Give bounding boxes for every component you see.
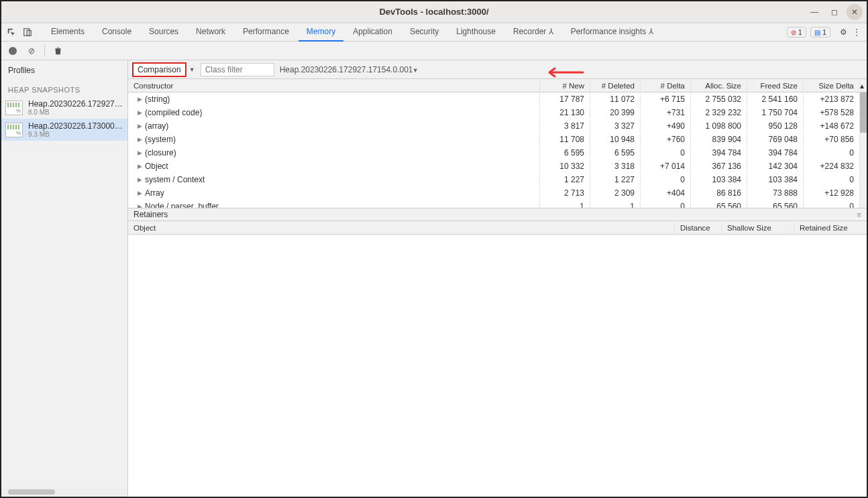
snapshot-name: Heap.20230226.173000.17… bbox=[28, 121, 123, 131]
settings-icon[interactable]: ⚙ bbox=[837, 26, 849, 38]
col-alloc[interactable]: Alloc. Size bbox=[691, 80, 747, 91]
tab-performance-insights-[interactable]: Performance insights ⅄ bbox=[563, 23, 661, 42]
divider bbox=[44, 45, 45, 57]
window-title: DevTools - localhost:3000/ bbox=[379, 7, 488, 17]
grid-vertical-scrollbar[interactable] bbox=[860, 92, 867, 208]
tab-recorder-[interactable]: Recorder ⅄ bbox=[505, 23, 561, 42]
table-row[interactable]: ▶Object10 3323 318+7 014367 136142 304+2… bbox=[128, 160, 867, 173]
class-filter-input[interactable] bbox=[201, 63, 274, 76]
devtools-tabbar: ElementsConsoleSourcesNetworkPerformance… bbox=[1, 23, 867, 42]
tab-performance[interactable]: Performance bbox=[235, 23, 297, 42]
tab-lighthouse[interactable]: Lighthouse bbox=[448, 23, 504, 42]
col-retained[interactable]: Retained Size bbox=[794, 223, 867, 233]
table-row[interactable]: ▶(compiled code)21 13020 399+7312 329 23… bbox=[128, 106, 867, 119]
expand-icon[interactable]: ▶ bbox=[138, 203, 142, 208]
table-row[interactable]: ▶(string)17 78711 072+6 7152 755 0322 54… bbox=[128, 92, 867, 106]
expand-icon[interactable]: ▶ bbox=[138, 190, 142, 196]
snapshot-name: Heap.20230226.172927.17… bbox=[28, 99, 123, 109]
expand-icon[interactable]: ▶ bbox=[138, 176, 142, 183]
comparison-grid-body: ▶(string)17 78711 072+6 7152 755 0322 54… bbox=[128, 92, 867, 208]
retainers-menu-icon[interactable]: ≡ bbox=[857, 210, 861, 219]
table-row[interactable]: ▶(system)11 70810 948+760839 904769 048+… bbox=[128, 133, 867, 146]
clear-button[interactable]: ⊘ bbox=[25, 45, 38, 57]
snapshot-size: 9.3 MB bbox=[28, 131, 123, 138]
table-row[interactable]: ▶(array)3 8173 327+4901 098 800950 128+1… bbox=[128, 119, 867, 133]
expand-icon[interactable]: ▶ bbox=[138, 123, 142, 129]
window-titlebar: DevTools - localhost:3000/ — ◻ ✕ bbox=[1, 1, 867, 23]
device-toggle-icon[interactable] bbox=[21, 26, 34, 38]
table-row[interactable]: ▶system / Context1 2271 2270103 384103 3… bbox=[128, 173, 867, 186]
window-maximize-button[interactable]: ◻ bbox=[826, 4, 843, 20]
expand-icon[interactable]: ▶ bbox=[138, 96, 142, 103]
issues-count-badge[interactable]: ▤1 bbox=[810, 27, 830, 38]
comparison-filter-bar: Comparison ▼ Heap.20230226.172927.17154.… bbox=[128, 60, 867, 79]
tab-application[interactable]: Application bbox=[345, 23, 400, 42]
retainers-columns: Object Distance Shallow Size Retained Si… bbox=[128, 221, 867, 235]
col-shallow[interactable]: Shallow Size bbox=[722, 223, 794, 233]
snapshot-item[interactable]: Heap.20230226.172927.17…8.0 MB bbox=[1, 97, 127, 119]
tab-network[interactable]: Network bbox=[188, 23, 233, 42]
more-icon[interactable]: ⋮ bbox=[851, 26, 863, 38]
chevron-down-icon: ▼ bbox=[413, 67, 419, 74]
tab-memory[interactable]: Memory bbox=[299, 23, 343, 42]
col-freed[interactable]: Freed Size bbox=[747, 80, 804, 91]
heap-snapshots-section: HEAP SNAPSHOTS bbox=[1, 80, 127, 97]
window-minimize-button[interactable]: — bbox=[806, 4, 822, 20]
window-close-button[interactable]: ✕ bbox=[847, 4, 863, 20]
profiles-toolbar: ⊘ bbox=[1, 42, 867, 60]
col-constructor[interactable]: Constructor bbox=[128, 80, 540, 91]
view-selector[interactable]: Comparison bbox=[132, 62, 186, 77]
table-row[interactable]: ▶Array2 7132 309+40486 81673 888+12 928 bbox=[128, 186, 867, 200]
tab-console[interactable]: Console bbox=[94, 23, 140, 42]
error-count-badge[interactable]: ⊘1 bbox=[787, 27, 806, 38]
base-snapshot-selector[interactable]: Heap.20230226.172927.17154.0.001 ▼ bbox=[280, 65, 419, 74]
col-object[interactable]: Object bbox=[128, 223, 675, 233]
inspect-icon[interactable] bbox=[5, 26, 17, 38]
snapshot-item[interactable]: Heap.20230226.173000.17…9.3 MB bbox=[1, 119, 127, 141]
table-row[interactable]: ▶Node / parser_buffer11065 56065 5600 bbox=[128, 200, 867, 208]
expand-icon[interactable]: ▶ bbox=[138, 109, 142, 116]
tab-sources[interactable]: Sources bbox=[141, 23, 186, 42]
table-row[interactable]: ▶(closure)6 5956 5950394 784394 7840 bbox=[128, 146, 867, 160]
record-button[interactable] bbox=[7, 45, 19, 57]
tab-elements[interactable]: Elements bbox=[43, 23, 93, 42]
col-new[interactable]: # New bbox=[540, 80, 590, 91]
expand-icon[interactable]: ▶ bbox=[138, 136, 142, 143]
snapshot-icon bbox=[5, 101, 23, 115]
expand-icon[interactable]: ▶ bbox=[138, 163, 142, 170]
col-deleted[interactable]: # Deleted bbox=[590, 80, 641, 91]
retainers-body bbox=[128, 235, 867, 497]
retainers-header: Retainers ≡ bbox=[128, 208, 867, 221]
profiles-sidebar: Profiles HEAP SNAPSHOTS Heap.20230226.17… bbox=[1, 60, 128, 497]
comparison-grid-header: Constructor # New # Deleted # Delta Allo… bbox=[128, 79, 867, 92]
expand-icon[interactable]: ▶ bbox=[138, 149, 142, 156]
tab-security[interactable]: Security bbox=[402, 23, 447, 42]
sidebar-horiz-scrollbar[interactable] bbox=[1, 487, 127, 497]
profiles-heading: Profiles bbox=[1, 60, 127, 80]
col-delta[interactable]: # Delta bbox=[641, 80, 691, 91]
chevron-down-icon: ▼ bbox=[189, 66, 195, 73]
delete-button[interactable] bbox=[52, 45, 64, 57]
col-sizedelta[interactable]: Size Delta bbox=[804, 80, 860, 91]
snapshot-size: 8.0 MB bbox=[28, 109, 123, 116]
snapshot-icon bbox=[5, 123, 23, 137]
annotation-arrow bbox=[544, 66, 584, 79]
col-distance[interactable]: Distance bbox=[675, 223, 722, 233]
